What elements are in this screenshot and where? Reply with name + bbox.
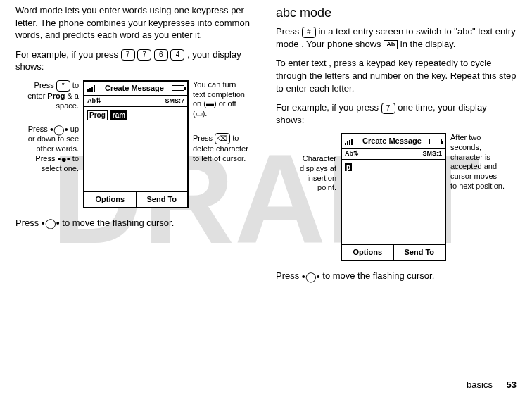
- right-cursor-note: Press •◯• to move the flashing cursor.: [276, 270, 517, 282]
- text: Press: [193, 134, 215, 142]
- callout-star-prog: Press * to enter Prog & a space.: [23, 80, 79, 111]
- text: Press: [28, 125, 50, 133]
- svg-rect-1: [89, 88, 91, 92]
- softkey-options[interactable]: Options: [342, 245, 393, 260]
- svg-rect-7: [351, 139, 353, 145]
- left-cursor-note: Press •◯• to move the flashing cursor.: [15, 217, 256, 229]
- right-callouts: You can turn text completion on (▬) or o…: [193, 80, 249, 178]
- svg-rect-4: [345, 143, 346, 145]
- nav-updown-icon: •◯•: [302, 272, 320, 282]
- softkey-options[interactable]: Options: [84, 192, 136, 207]
- text: Ab: [345, 150, 353, 157]
- phone-screen-right: Create Message Ab⇅ SMS:1 p Options Send …: [341, 133, 446, 261]
- text: in the display.: [398, 39, 455, 49]
- callout-cursor-advance: After two seconds, character is accepted…: [450, 133, 505, 191]
- text: Press: [34, 81, 56, 89]
- svg-rect-5: [347, 141, 348, 145]
- entered-character: p: [345, 163, 352, 171]
- page-footer: basics 53: [467, 379, 517, 391]
- bold-prog: Prog: [47, 92, 65, 100]
- phone-titlebar: Create Message: [84, 82, 187, 96]
- nav-updown-icon: •◯•: [50, 125, 68, 134]
- text: Press: [15, 218, 42, 228]
- callout-insertion-point: Character displays at insertion point.: [287, 154, 336, 193]
- nav-center-icon: •●•: [58, 154, 70, 164]
- sms-counter: SMS:7: [165, 96, 184, 105]
- phone-title: Create Message: [105, 83, 164, 94]
- callout-text-completion: You can turn text completion on (▬) or o…: [193, 80, 249, 119]
- left-example-sentence: For example, if you press 7 7 6 4 , your…: [15, 49, 256, 73]
- completion-on-icon: ▬: [206, 99, 214, 108]
- right-paragraph-1: Press # in a text entry screen to switch…: [276, 25, 517, 50]
- keycap-star: *: [56, 80, 70, 92]
- keycap-7: 7: [137, 49, 151, 61]
- mode-indicator: Ab⇅: [87, 96, 101, 105]
- svg-rect-3: [94, 85, 95, 92]
- two-column-layout: Word mode lets you enter words using one…: [0, 0, 532, 289]
- phone-titlebar: Create Message: [342, 134, 445, 149]
- svg-rect-2: [91, 87, 93, 92]
- right-right-callouts: After two seconds, character is accepted…: [450, 133, 505, 206]
- keycap-7: 7: [121, 49, 135, 61]
- ab-indicator: Ab: [384, 40, 398, 49]
- text: to move the flashing cursor.: [60, 218, 175, 228]
- softkey-sendto[interactable]: Send To: [393, 245, 445, 260]
- word-part-typed: Prog: [87, 110, 108, 121]
- battery-icon: [429, 139, 442, 144]
- keycap-4: 4: [170, 49, 184, 61]
- keycap-hash: #: [302, 27, 316, 38]
- text: Ab: [87, 97, 96, 104]
- right-phone-diagram: Character displays at insertion point. C…: [276, 133, 517, 261]
- keycap-7: 7: [381, 103, 395, 114]
- left-phone-diagram: Press * to enter Prog & a space. Press •…: [15, 80, 256, 208]
- battery-icon: [172, 85, 184, 91]
- page-number: 53: [507, 379, 517, 390]
- sms-counter: SMS:1: [422, 149, 442, 158]
- text: ).: [203, 109, 208, 118]
- abc-mode-heading: abc mode: [276, 4, 517, 21]
- phone-content: Program: [84, 107, 187, 191]
- phone-screen-left: Create Message Ab⇅ SMS:7 Program Options…: [83, 80, 189, 208]
- left-column: Word mode lets you enter words using one…: [15, 4, 256, 289]
- svg-rect-6: [349, 140, 350, 145]
- phone-content: p: [342, 160, 445, 244]
- softkeys: Options Send To: [84, 191, 187, 207]
- callout-nav-words: Press •◯• up or down to see other words.…: [23, 125, 79, 173]
- right-left-callouts: Character displays at insertion point.: [287, 133, 336, 207]
- text: For example, if you press: [276, 102, 381, 113]
- phone-title: Create Message: [362, 136, 422, 146]
- completion-off-icon: ▭: [196, 109, 203, 118]
- left-paragraph-intro: Word mode lets you enter words using one…: [15, 4, 256, 42]
- cursor: [353, 165, 353, 172]
- phone-statusbar: Ab⇅ SMS:1: [342, 149, 445, 160]
- arrows-icon: ⇅: [353, 150, 359, 157]
- svg-rect-0: [87, 89, 89, 92]
- text: to move the flashing cursor.: [320, 270, 435, 281]
- word-part-predicted: ram: [110, 110, 127, 121]
- right-column: abc mode Press # in a text entry screen …: [276, 4, 517, 289]
- right-example-sentence: For example, if you press 7 one time, yo…: [276, 101, 517, 126]
- keycap-delete: ⌫: [215, 133, 230, 144]
- nav-updown-icon: •◯•: [42, 218, 60, 228]
- softkeys: Options Send To: [342, 244, 445, 260]
- text: For example, if you press: [15, 49, 121, 60]
- keycap-6: 6: [154, 49, 168, 61]
- arrows-icon: ⇅: [96, 97, 101, 104]
- text: Press: [276, 26, 302, 37]
- signal-icon: [345, 138, 355, 145]
- section-name: basics: [467, 379, 493, 390]
- left-callouts: Press * to enter Prog & a space. Press •…: [23, 80, 79, 188]
- predicted-word-row: Program: [87, 110, 184, 121]
- text: Press: [276, 270, 302, 281]
- mode-indicator: Ab⇅: [345, 149, 359, 158]
- right-paragraph-2: To enter text , press a keypad key repea…: [276, 57, 517, 94]
- softkey-sendto[interactable]: Send To: [136, 192, 188, 207]
- signal-icon: [87, 84, 97, 92]
- callout-delete: Press ⌫ to delete character to left of c…: [193, 133, 249, 164]
- phone-statusbar: Ab⇅ SMS:7: [84, 96, 187, 107]
